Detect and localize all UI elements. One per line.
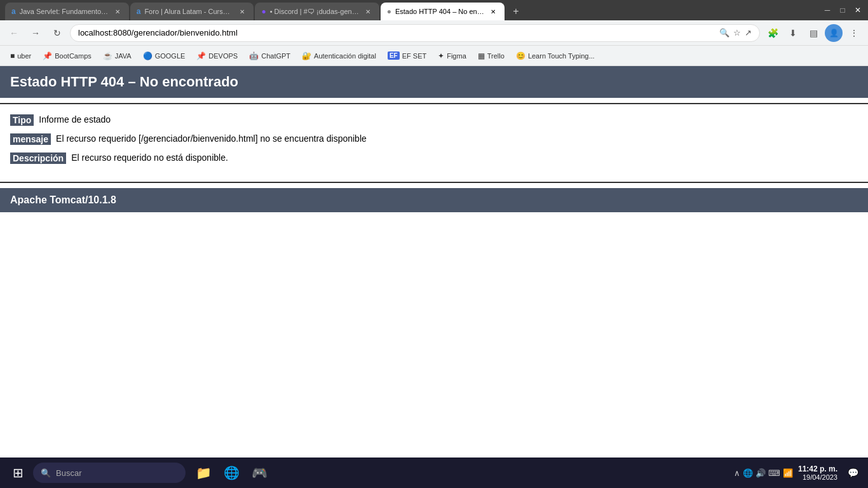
tab-close-button[interactable]: ✕ [237,6,247,17]
tab-tab4[interactable]: ● Estado HTTP 404 – No encontrad... ✕ [381,3,505,20]
info-value: El recurso requerido [/gerenciador/bienv… [56,133,367,144]
bookmark-label: Autenticación digital [314,52,376,60]
taskbar-search-text: Buscar [56,468,81,478]
start-button[interactable]: ⊞ [5,460,31,485]
extensions-icon[interactable]: 🧩 [764,24,782,42]
download-icon[interactable]: ⬇ [784,24,802,42]
bookmark-bm10[interactable]: ▦Trello [473,49,510,63]
page-title: Estado HTTP 404 – No encontrado [10,74,858,90]
bookmark-bm5[interactable]: 📌DEVOPS [191,49,243,63]
refresh-button[interactable]: ↻ [48,24,66,42]
tray-network-icon: 🌐 [743,468,753,478]
close-window-button[interactable]: ✕ [853,5,863,15]
info-label: Tipo [10,114,34,126]
taskbar-time: 11:42 p. m. [798,464,837,473]
tab-tab1[interactable]: a Java Servlet: Fundamentos de pr... ✕ [5,3,129,20]
new-tab-button[interactable]: + [507,3,525,20]
taskbar-app-explorer[interactable]: 📁 [191,460,216,485]
bookmark-label: ChatGPT [261,52,290,60]
sidebar-icon[interactable]: ▤ [804,24,822,42]
back-button[interactable]: ← [5,24,23,42]
bookmark-label: JAVA [115,52,132,60]
bookmark-bm7[interactable]: 🔐Autenticación digital [297,49,381,63]
bookmark-bm1[interactable]: ■uber [5,49,36,63]
search-icon: 🔍 [719,28,729,37]
taskbar-app-chrome[interactable]: 🌐 [219,460,244,485]
bookmark-label: Figma [447,52,466,60]
window-controls: ─ □ ✕ [822,5,863,15]
taskbar-app-game[interactable]: 🎮 [247,460,272,485]
tab-title: Estado HTTP 404 – No encontrad... [395,8,484,15]
menu-icon[interactable]: ⋮ [845,24,863,42]
taskbar-date: 19/04/2023 [798,473,837,481]
info-section: Tipo Informe de estado mensaje El recurs… [0,109,868,177]
info-value: El recurso requerido no está disponible. [71,152,228,163]
share-icon[interactable]: ↗ [745,28,752,37]
info-value: Informe de estado [39,114,111,125]
bookmark-bm6[interactable]: 🤖ChatGPT [244,49,295,63]
page-footer: Apache Tomcat/10.1.8 [0,188,868,212]
tray-wifi-icon: 📶 [783,468,793,478]
bookmark-icon: 😊 [516,51,526,60]
bookmark-icon: 🔐 [302,51,311,60]
notification-button[interactable]: 💬 [843,463,863,483]
bookmark-label: DEVOPS [208,52,238,60]
bookmark-bm9[interactable]: ✦Figma [433,49,471,63]
info-row: Tipo Informe de estado [10,114,858,126]
page-header: Estado HTTP 404 – No encontrado [0,66,868,98]
browser-actions: 🧩 ⬇ ▤ 👤 ⋮ [764,24,863,42]
tab-tab3[interactable]: ● • Discord | #🗨 ¡dudas-generale:... ✕ [255,3,379,20]
taskbar-apps: 📁 🌐 🎮 [191,460,272,485]
bookmark-star-icon[interactable]: ☆ [733,28,741,37]
bookmark-bm8[interactable]: EFEF SET [383,49,431,62]
tab-favicon: a [137,7,141,16]
minimize-button[interactable]: ─ [822,5,832,15]
tray-up-icon[interactable]: ∧ [734,468,740,478]
tab-bar: a Java Servlet: Fundamentos de pr... ✕ a… [5,0,817,20]
info-row: mensaje El recurso requerido [/gerenciad… [10,133,858,145]
bookmark-label: BootCamps [55,52,91,60]
tray-volume-icon: 🔊 [756,468,766,478]
bookmark-label: Learn Touch Typing... [528,52,595,60]
url-bar[interactable]: localhost:8080/gerenciador/bienvenido.ht… [70,24,760,42]
forward-button[interactable]: → [27,24,44,42]
bookmark-icon: 🤖 [249,51,259,60]
bookmark-label: GOOGLE [155,52,186,60]
taskbar: ⊞ 🔍 Buscar 📁 🌐 🎮 ∧ 🌐 🔊 ⌨ 📶 11:42 p. m. 1… [0,458,868,488]
tab-close-button[interactable]: ✕ [112,6,123,17]
title-bar: a Java Servlet: Fundamentos de pr... ✕ a… [0,0,868,20]
bookmark-bm11[interactable]: 😊Learn Touch Typing... [511,49,600,63]
maximize-button[interactable]: □ [837,5,848,15]
taskbar-search-icon: 🔍 [41,468,51,478]
profile-button[interactable]: 👤 [825,24,843,42]
page-content: Estado HTTP 404 – No encontrado Tipo Inf… [0,66,868,458]
taskbar-right: ∧ 🌐 🔊 ⌨ 📶 11:42 p. m. 19/04/2023 💬 [734,463,863,483]
bookmark-icon: ■ [10,51,15,60]
tab-favicon: a [11,7,16,16]
tab-title: Java Servlet: Fundamentos de pr... [20,8,109,15]
info-label: Descripción [10,152,66,164]
bookmark-bm4[interactable]: 🔵GOOGLE [138,49,191,63]
info-label: mensaje [10,133,51,145]
bookmark-bm3[interactable]: ☕JAVA [98,49,137,63]
bookmark-icon: ✦ [438,51,444,60]
taskbar-clock[interactable]: 11:42 p. m. 19/04/2023 [798,464,837,481]
tab-tab2[interactable]: a Foro | Alura Latam - Cursos onlin... ✕ [130,3,254,20]
tab-close-button[interactable]: ✕ [488,6,498,17]
address-bar: ← → ↻ localhost:8080/gerenciador/bienven… [0,20,868,46]
bookmark-icon: 📌 [196,51,206,60]
divider-top [0,103,868,104]
info-row: Descripción El recurso requerido no está… [10,152,858,164]
bookmark-icon: ▦ [478,51,485,60]
footer-text: Apache Tomcat/10.1.8 [10,194,858,206]
browser-frame: a Java Servlet: Fundamentos de pr... ✕ a… [0,0,868,488]
bookmark-label: EF SET [402,52,427,60]
tray-keyboard-icon: ⌨ [768,468,780,478]
bookmark-bm2[interactable]: 📌BootCamps [37,49,96,63]
taskbar-search[interactable]: 🔍 Buscar [33,463,186,483]
bookmark-icon: 📌 [43,51,52,60]
url-text: localhost:8080/gerenciador/bienvenido.ht… [78,28,715,37]
tab-close-button[interactable]: ✕ [363,6,373,17]
tab-favicon: ● [261,7,266,16]
bookmark-label: uber [17,52,31,60]
